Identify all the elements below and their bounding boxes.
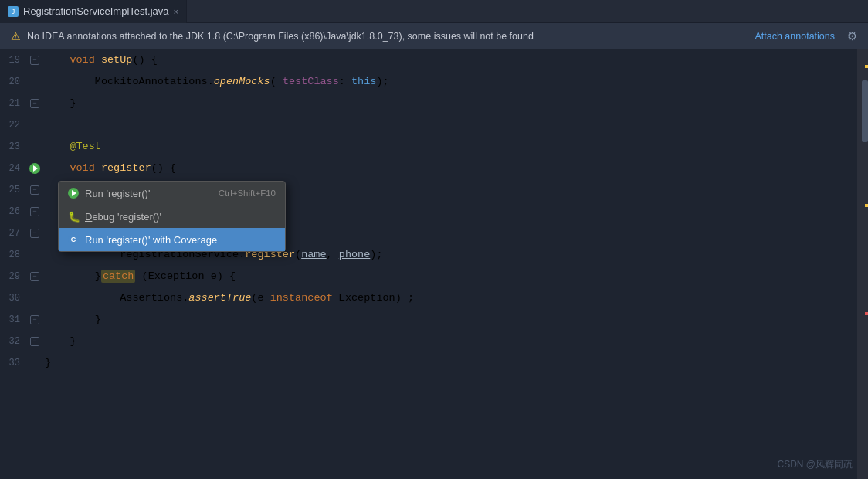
scrollbar[interactable] <box>857 49 868 479</box>
editor-area: 19 − void setUp() { 20 MockitoAnnotation… <box>0 49 868 479</box>
table-row: 21 − } <box>0 93 857 114</box>
fold-icon-19[interactable]: − <box>28 56 42 65</box>
table-row: 29 − }catch (Exception e) { <box>0 266 857 287</box>
fold-icon-29[interactable]: − <box>28 272 42 281</box>
run-icon <box>68 188 79 199</box>
menu-run-label: Run 'register()' <box>85 188 150 199</box>
code-content: 19 − void setUp() { 20 MockitoAnnotation… <box>0 49 857 479</box>
notification-text: No IDEA annotations attached to the JDK … <box>27 31 534 42</box>
scroll-thumb[interactable] <box>862 80 868 142</box>
menu-item-coverage[interactable]: C Run 'register()' with Coverage <box>59 228 285 251</box>
notification-bar: ⚠ No IDEA annotations attached to the JD… <box>0 23 868 49</box>
fold-icon-32[interactable]: − <box>28 337 42 346</box>
menu-item-debug[interactable]: 🐛 Debug 'register()' <box>59 205 285 228</box>
table-row: 22 <box>0 114 857 136</box>
menu-debug-label: Debug 'register()' <box>85 211 161 223</box>
menu-coverage-label: Run 'register()' with Coverage <box>85 234 217 246</box>
attach-annotations-link[interactable]: Attach annotations <box>754 31 835 42</box>
scroll-marker-error <box>865 312 868 315</box>
table-row: 24 void register() { <box>0 158 857 179</box>
settings-icon[interactable]: ⚙ <box>847 29 857 43</box>
context-menu: Run 'register()' Ctrl+Shift+F10 🐛 Debug … <box>58 181 286 252</box>
table-row: 33 } <box>0 352 857 374</box>
table-row: 23 @Test <box>0 136 857 158</box>
warning-icon: ⚠ <box>11 30 21 42</box>
scroll-marker <box>865 204 868 207</box>
table-row: 30 Assertions.assertTrue(e instanceof Ex… <box>0 287 857 309</box>
table-row: 31 − } <box>0 309 857 331</box>
editor-tab[interactable]: J RegistrationServiceImplTest.java × <box>0 0 187 23</box>
table-row: 20 MockitoAnnotations.openMocks( testCla… <box>0 71 857 93</box>
watermark: CSDN @风辉同疏 <box>777 458 853 471</box>
fold-icon-27[interactable]: − <box>28 229 42 238</box>
run-indicator-24[interactable] <box>28 163 42 174</box>
table-row: 19 − void setUp() { <box>0 49 857 71</box>
tab-bar: J RegistrationServiceImplTest.java × <box>0 0 868 23</box>
menu-item-run[interactable]: Run 'register()' Ctrl+Shift+F10 <box>59 182 285 205</box>
fold-icon-26[interactable]: − <box>28 207 42 216</box>
run-shortcut: Ctrl+Shift+F10 <box>219 189 276 198</box>
java-file-icon: J <box>8 6 19 17</box>
tab-filename: RegistrationServiceImplTest.java <box>23 5 169 17</box>
fold-icon-21[interactable]: − <box>28 99 42 108</box>
debug-icon: 🐛 <box>68 211 79 222</box>
fold-icon-25[interactable]: − <box>28 185 42 195</box>
tab-close-button[interactable]: × <box>174 7 178 16</box>
coverage-icon: C <box>68 234 79 245</box>
fold-icon-31[interactable]: − <box>28 315 42 324</box>
table-row: 32 − } <box>0 331 857 352</box>
scroll-marker <box>865 65 868 68</box>
